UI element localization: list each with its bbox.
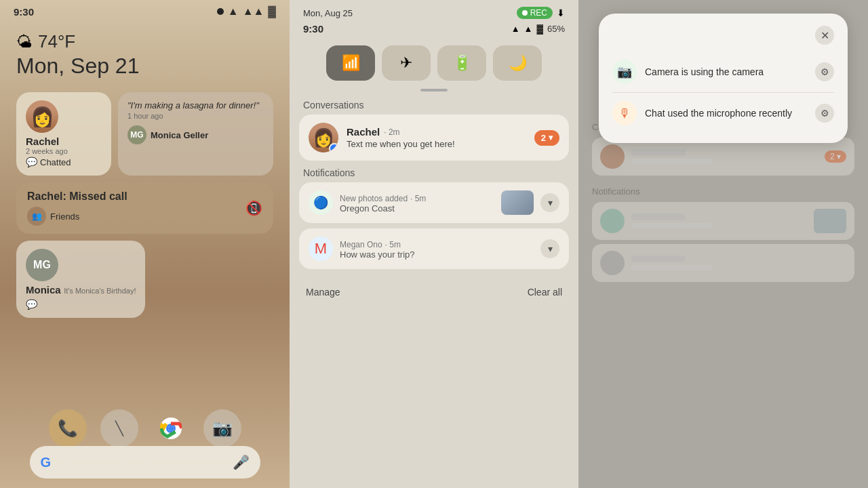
clock: 9:30 <box>14 6 34 18</box>
monica-geller-quote-widget[interactable]: "I'm making a lasagna for dinner!" 1 hou… <box>118 92 273 176</box>
background-app-content: Conversations 2 ▾ Notifications <box>578 122 868 293</box>
mg-avatar: MG <box>26 249 58 281</box>
p2-signal-icon: ▲ <box>524 24 533 34</box>
mic-permission-item: 🎙 Chat used the microphone recently ⚙ <box>612 96 834 131</box>
phone-dock-icon[interactable]: 📞 <box>49 409 87 447</box>
mic-settings-button[interactable]: ⚙ <box>815 104 834 123</box>
permission-divider <box>612 92 834 93</box>
bg-name-2 <box>631 214 686 220</box>
airplane-tile[interactable]: ✈ <box>382 45 431 81</box>
search-bar[interactable]: G 🎤 <box>30 446 260 479</box>
bg-text-3 <box>631 256 846 270</box>
rachel-conv-header: Rachel · 2m <box>347 126 526 138</box>
missed-call-icon: 📵 <box>245 200 262 216</box>
count-value: 2 <box>541 133 546 143</box>
bg-label-2: Notifications <box>592 186 854 197</box>
p2-download-icon: ⬇ <box>557 7 565 18</box>
bg-item-2 <box>592 202 854 240</box>
messages-icon: 💬 <box>26 157 37 167</box>
rachel-conv-message: Text me when you get here! <box>347 139 526 149</box>
manage-button[interactable]: Manage <box>306 287 340 298</box>
photos-notification[interactable]: 🔵 New photos added · 5m Oregon Coast ▾ <box>299 182 569 223</box>
p2-battery-icon: ▓ <box>536 24 542 34</box>
rachel-action-label: Chatted <box>40 157 71 167</box>
conversations-section: 👩 Rachel · 2m Text me when you get here!… <box>290 115 578 167</box>
monica-action: 💬 <box>26 299 136 310</box>
photos-app-icon: 🔵 <box>309 190 333 215</box>
voice-search-icon[interactable]: 🎤 <box>233 454 250 470</box>
missed-call-widget[interactable]: Rachel: Missed call 👥 Friends 📵 <box>16 182 273 234</box>
wifi-tile[interactable]: 📶 <box>326 45 375 81</box>
airplane-tile-icon: ✈ <box>400 54 412 72</box>
chrome-dock-icon[interactable] <box>152 409 190 447</box>
battery-saver-icon: 🔋 <box>453 54 471 72</box>
svg-point-3 <box>168 426 174 431</box>
dock: 📞 ╲ 📷 <box>49 409 241 447</box>
conversations-label: Conversations <box>290 100 578 115</box>
bg-section-2: Notifications <box>592 186 854 282</box>
monica-birthday-widget[interactable]: MG Monica It's Monica's Birthday! 💬 <box>16 241 145 318</box>
camera-indicator <box>217 8 224 15</box>
bg-name-1 <box>631 149 686 156</box>
rachel-time: 2 weeks ago <box>26 147 68 155</box>
bg-avatar-3 <box>600 251 625 275</box>
rachel-conv-content: Rachel · 2m Text me when you get here! <box>347 126 526 149</box>
photos-notif-content: New photos added · 5m Oregon Coast <box>340 192 494 214</box>
count-chevron: ▾ <box>549 133 553 142</box>
gmail-notif-content: Megan Ono · 5m How was your trip? <box>340 239 534 260</box>
missed-left: Rachel: Missed call 👥 Friends <box>27 190 127 226</box>
dark-mode-icon: 🌙 <box>509 54 527 72</box>
date-display: Mon, Sep 21 <box>16 54 273 79</box>
weather-icon: 🌤 <box>16 33 33 52</box>
bg-sub-2 <box>631 223 713 228</box>
rec-dot <box>522 10 528 16</box>
photos-thumb-inner <box>501 190 534 215</box>
monica-name: Monica <box>26 284 61 296</box>
p2-date: Mon, Aug 25 <box>303 8 353 18</box>
photos-notif-time: · 5m <box>410 194 426 203</box>
notifications-label: Notifications <box>290 167 578 182</box>
rachel-avatar-face: 👩 <box>26 100 58 133</box>
drag-handle <box>420 89 448 92</box>
camera-settings-button[interactable]: ⚙ <box>815 62 834 81</box>
weather-widget: 🌤 74°F Mon, Sep 21 <box>0 20 290 84</box>
gmail-notif-expand[interactable]: ▾ <box>540 239 559 258</box>
quote-person: MG Monica Geller <box>127 125 264 144</box>
rachel-avatar: 👩 <box>26 100 58 133</box>
missed-name: Rachel: Missed call <box>27 190 127 203</box>
battery-saver-tile[interactable]: 🔋 <box>437 45 486 81</box>
dark-mode-tile[interactable]: 🌙 <box>493 45 542 81</box>
photos-notif-expand[interactable]: ▾ <box>540 193 559 212</box>
monica-geller-name: Monica Geller <box>151 130 208 140</box>
rachel-action: 💬 Chatted <box>26 157 71 167</box>
clear-all-button[interactable]: Clear all <box>528 287 562 298</box>
home-screen: 9:30 ▲ ▲▲ ▓ 🌤 74°F Mon, Sep 21 👩 Rachel … <box>0 0 290 488</box>
mic-perm-icon: 🎙 <box>612 101 637 125</box>
recording-badge: REC <box>517 7 553 19</box>
permission-panel: ✕ 📷 Camera is using the camera ⚙ 🎙 Chat … <box>578 0 868 488</box>
photos-thumbnail <box>501 190 534 215</box>
rachel-contact-widget[interactable]: 👩 Rachel 2 weeks ago 💬 Chatted <box>16 92 111 176</box>
widget-row-3: MG Monica It's Monica's Birthday! 💬 <box>16 241 273 318</box>
bg-thumb <box>814 209 846 233</box>
bg-badge-1: 2 ▾ <box>825 150 846 163</box>
rachel-conversation-card[interactable]: 👩 Rachel · 2m Text me when you get here!… <box>299 115 569 161</box>
status-bar: 9:30 ▲ ▲▲ ▓ <box>0 0 290 20</box>
camera-dock-icon[interactable]: 📷 <box>203 409 241 447</box>
bg-sub-1 <box>631 159 713 164</box>
bg-avatar-2 <box>600 209 625 233</box>
gmail-notif-title: Megan Ono · 5m <box>340 239 534 249</box>
notifications-section: 🔵 New photos added · 5m Oregon Coast ▾ M… <box>290 182 578 281</box>
dialog-header: ✕ <box>612 26 834 45</box>
gmail-notif-sub: How was your trip? <box>340 249 534 260</box>
notification-footer: Manage Clear all <box>290 281 578 303</box>
conversation-count-badge[interactable]: 2 ▾ <box>534 130 559 146</box>
friends-label: Friends <box>50 211 79 222</box>
assistant-dock-icon[interactable]: ╲ <box>100 409 138 447</box>
gmail-notification[interactable]: M Megan Ono · 5m How was your trip? ▾ <box>299 228 569 269</box>
p2-status-right: REC ⬇ <box>517 7 565 19</box>
quote-text: "I'm making a lasagna for dinner!" <box>127 100 264 110</box>
close-dialog-button[interactable]: ✕ <box>815 26 834 45</box>
rachel-name: Rachel <box>26 136 59 147</box>
rec-label: REC <box>530 8 547 18</box>
